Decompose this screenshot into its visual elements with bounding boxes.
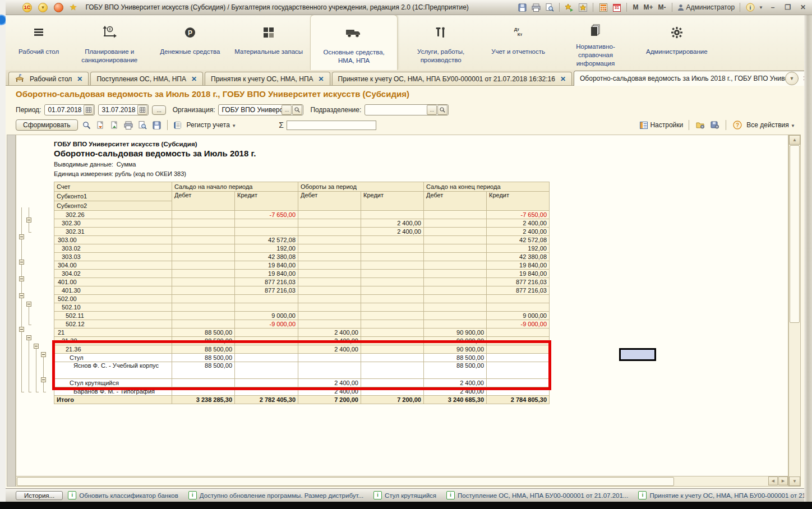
calendar-picker-icon[interactable]: [84, 105, 94, 115]
value-cell[interactable]: 9 000,00: [487, 312, 550, 320]
value-cell[interactable]: 90 900,00: [424, 328, 487, 337]
period-to-input[interactable]: 31.07.2018: [98, 104, 149, 115]
account-cell[interactable]: 302.31: [54, 228, 172, 236]
generate-report-button[interactable]: Сформировать: [16, 119, 78, 131]
value-cell[interactable]: [361, 236, 424, 244]
save-icon[interactable]: [151, 120, 162, 131]
value-cell[interactable]: 9 000,00: [235, 312, 298, 320]
value-cell[interactable]: [487, 303, 550, 312]
ribbon-section-dtkt[interactable]: ДтКтУчет и отчетность: [484, 15, 552, 70]
save-variant-icon[interactable]: [709, 120, 720, 131]
value-cell[interactable]: [298, 286, 361, 295]
value-cell[interactable]: 19 840,00: [235, 270, 298, 278]
account-cell[interactable]: 502.11: [54, 312, 172, 320]
value-cell[interactable]: [298, 270, 361, 278]
value-cell[interactable]: [298, 228, 361, 236]
total-value-cell[interactable]: 2 782 405,30: [235, 396, 298, 404]
current-user[interactable]: Администратор: [677, 3, 735, 11]
value-cell[interactable]: [361, 211, 424, 219]
save-settings-icon[interactable]: [109, 120, 120, 131]
value-cell[interactable]: [172, 261, 235, 270]
ribbon-section-planning[interactable]: Планирование и санкционирование: [66, 15, 153, 70]
horizontal-scrollbar[interactable]: ◀ ▶: [16, 476, 788, 486]
value-cell[interactable]: [298, 261, 361, 270]
status-item-4[interactable]: iПоступление ОС, НМА, НПА БУ00-000001 от…: [446, 491, 628, 499]
value-cell[interactable]: [361, 253, 424, 261]
value-cell[interactable]: 2 400,00: [487, 228, 550, 236]
value-cell[interactable]: 192,00: [235, 244, 298, 253]
value-cell[interactable]: [361, 303, 424, 312]
tab-close-icon[interactable]: ✕: [319, 75, 324, 83]
header-group-1[interactable]: Обороты за период: [298, 182, 424, 192]
account-cell[interactable]: 303.03: [54, 253, 172, 261]
value-cell[interactable]: 42 572,08: [487, 236, 550, 244]
value-cell[interactable]: [361, 286, 424, 295]
add-favorite-icon[interactable]: [565, 3, 574, 12]
load-variant-icon[interactable]: [695, 120, 705, 131]
info-dropdown-icon[interactable]: ▼: [759, 5, 763, 10]
value-cell[interactable]: [172, 253, 235, 261]
value-cell[interactable]: 19 840,00: [487, 261, 550, 270]
search-icon[interactable]: [437, 105, 447, 115]
collapse-group-button[interactable]: [19, 276, 24, 281]
value-cell[interactable]: 877 216,03: [487, 286, 550, 295]
value-cell[interactable]: [361, 270, 424, 278]
collapse-group-button[interactable]: [41, 352, 46, 357]
value-cell[interactable]: [424, 211, 487, 219]
info-icon[interactable]: i: [745, 3, 755, 12]
memory-plus-button[interactable]: M+: [643, 3, 653, 11]
value-cell[interactable]: [172, 286, 235, 295]
calculator-icon[interactable]: [598, 3, 608, 12]
header-account[interactable]: Счет: [54, 182, 172, 192]
value-cell[interactable]: 2 400,00: [361, 228, 424, 236]
value-cell[interactable]: [424, 312, 487, 320]
tab-4[interactable]: Принятие к учету ОС, НМА, НПА БУ00-00000…: [332, 72, 572, 85]
collapse-group-button[interactable]: [26, 335, 31, 340]
value-cell[interactable]: [172, 236, 235, 244]
value-cell[interactable]: [361, 328, 424, 337]
save-icon[interactable]: [518, 3, 527, 12]
status-item-5[interactable]: iПринятие к учету ОС, НМА, НПА БУ00-0000…: [638, 491, 812, 499]
account-cell[interactable]: 303.00: [54, 236, 172, 244]
value-cell[interactable]: [361, 312, 424, 320]
value-cell[interactable]: 877 216,03: [235, 278, 298, 286]
collapse-group-button[interactable]: [19, 234, 24, 239]
account-cell[interactable]: 401.30: [54, 286, 172, 295]
value-cell[interactable]: [235, 295, 298, 303]
header-credit[interactable]: Кредит: [235, 192, 298, 211]
print-icon[interactable]: [531, 3, 541, 12]
header-group-2[interactable]: Сальдо на конец периода: [424, 182, 550, 192]
value-cell[interactable]: [424, 270, 487, 278]
value-cell[interactable]: 2 400,00: [487, 219, 550, 228]
value-cell[interactable]: [424, 295, 487, 303]
status-item-2[interactable]: iДоступно обновление программы. Размер д…: [188, 491, 363, 499]
choose-ellipsis-button[interactable]: ...: [427, 105, 437, 115]
value-cell[interactable]: [298, 219, 361, 228]
vertical-scrollbar[interactable]: ▲ ▼: [788, 135, 801, 487]
load-settings-icon[interactable]: [95, 120, 106, 131]
ribbon-section-gear[interactable]: Администрирование: [639, 15, 715, 70]
value-cell[interactable]: [172, 244, 235, 253]
scroll-down-button[interactable]: ▼: [789, 476, 800, 486]
value-cell[interactable]: [361, 261, 424, 270]
value-cell[interactable]: [298, 303, 361, 312]
calendar-picker-icon[interactable]: [137, 105, 147, 115]
account-cell[interactable]: 401.00: [54, 278, 172, 286]
total-value-cell[interactable]: 3 238 285,30: [172, 396, 235, 404]
total-label-cell[interactable]: Итого: [54, 396, 172, 404]
value-cell[interactable]: [424, 286, 487, 295]
value-cell[interactable]: [424, 219, 487, 228]
value-cell[interactable]: [172, 295, 235, 303]
value-cell[interactable]: [424, 303, 487, 312]
ribbon-section-desktop[interactable]: Рабочий стол: [11, 15, 66, 70]
department-input[interactable]: ...: [365, 104, 449, 115]
register-dropdown[interactable]: Регистр учета ▼: [187, 121, 237, 129]
ribbon-section-materials[interactable]: Материальные запасы: [227, 15, 310, 70]
sum-value-input[interactable]: [287, 121, 376, 130]
period-from-input[interactable]: 01.07.2018: [44, 104, 95, 115]
ribbon-section-tools[interactable]: Услуги, работы, производство: [398, 15, 484, 70]
settings-button[interactable]: Настройки: [640, 120, 683, 131]
value-cell[interactable]: [235, 328, 298, 337]
collapse-group-button[interactable]: [19, 293, 24, 298]
value-cell[interactable]: 42 380,08: [235, 253, 298, 261]
